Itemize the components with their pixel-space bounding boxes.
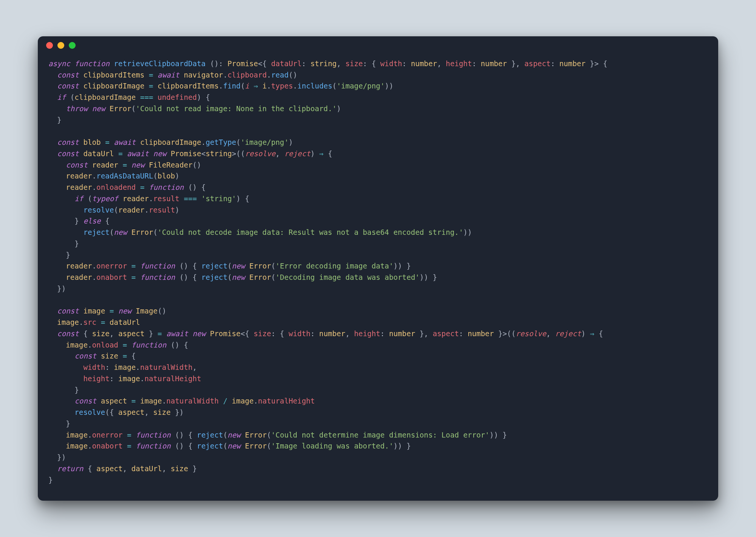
kw-async: async [48, 59, 70, 68]
code-window: async function retrieveClipboardData ():… [38, 36, 718, 501]
minimize-icon[interactable] [57, 42, 64, 49]
titlebar [38, 36, 718, 54]
close-icon[interactable] [46, 42, 53, 49]
fn-name: retrieveClipboardData [114, 59, 206, 68]
code-block: async function retrieveClipboardData ():… [38, 54, 718, 501]
kw-function: function [74, 59, 109, 68]
maximize-icon[interactable] [69, 42, 76, 49]
